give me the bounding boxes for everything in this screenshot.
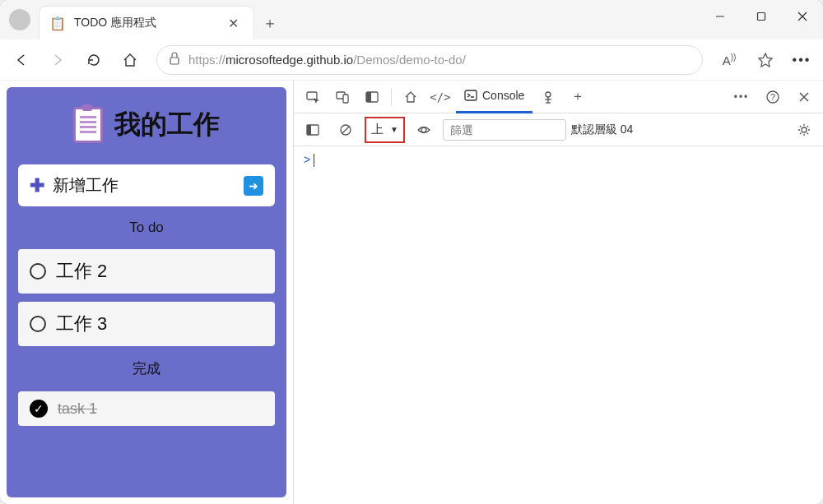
tab-title: TODO 應用程式 (74, 16, 215, 30)
cursor (314, 154, 314, 167)
task-item-done[interactable]: ✓ task 1 (18, 391, 275, 426)
svg-rect-1 (758, 13, 765, 21)
console-icon (464, 89, 477, 102)
svg-rect-9 (366, 92, 371, 102)
task-label: 工作 2 (56, 259, 107, 284)
close-devtools-button[interactable] (790, 83, 818, 111)
welcome-tab[interactable] (397, 83, 425, 111)
add-task-label: 新增工作 (53, 174, 235, 197)
live-expression-button[interactable] (410, 116, 438, 144)
refresh-button[interactable] (77, 44, 110, 76)
forward-button[interactable] (41, 44, 74, 76)
checkbox-icon[interactable] (30, 263, 46, 280)
plus-icon: ✚ (30, 175, 44, 197)
favorite-button[interactable] (749, 44, 782, 76)
console-prompt: > (304, 153, 310, 166)
address-bar: https://microsoftedge.github.io/Demos/de… (0, 39, 823, 81)
home-button[interactable] (114, 44, 146, 76)
svg-line-22 (342, 127, 349, 133)
svg-point-24 (802, 127, 807, 132)
lock-icon (169, 52, 180, 68)
svg-rect-4 (170, 58, 179, 64)
console-tab[interactable]: Console (456, 81, 532, 113)
chevron-down-icon: ▼ (390, 125, 398, 134)
elements-tab[interactable]: </> (426, 83, 454, 111)
dock-button[interactable] (358, 83, 386, 111)
sources-tab[interactable] (534, 83, 562, 111)
new-tab-button[interactable]: ＋ (253, 7, 286, 39)
svg-point-11 (546, 92, 551, 97)
submit-task-button[interactable]: ➜ (244, 176, 263, 196)
svg-point-23 (421, 127, 426, 132)
svg-rect-20 (307, 125, 311, 135)
svg-rect-5 (307, 92, 317, 99)
titlebar: 📋 TODO 應用程式 ✕ ＋ (0, 0, 823, 39)
app-title: 我的工作 (114, 107, 220, 143)
todo-app: 我的工作 ✚ 新增工作 ➜ To do 工作 2 工作 3 完成 ✓ task … (7, 87, 286, 497)
filter-input[interactable] (443, 119, 566, 141)
url-text: https://microsoftedge.github.io/Demos/de… (188, 53, 466, 67)
more-button[interactable]: ••• (785, 44, 818, 76)
window-controls (700, 0, 823, 39)
check-icon[interactable]: ✓ (30, 400, 48, 418)
clipboard-icon: 📋 (49, 16, 66, 31)
task-item[interactable]: 工作 2 (18, 249, 275, 294)
devtools-tabs: </> Console ＋ ••• ? (294, 81, 823, 113)
devtools-panel: </> Console ＋ ••• ? 上 ▼ (293, 81, 823, 504)
console-toolbar: 上 ▼ 默認層級 04 (294, 113, 823, 146)
maximize-button[interactable] (741, 0, 782, 33)
context-label: 上 (371, 122, 384, 137)
clear-console-button[interactable] (332, 116, 360, 144)
svg-text:?: ? (770, 92, 775, 102)
more-tabs-button[interactable]: ＋ (564, 83, 592, 111)
log-levels-selector[interactable]: 默認層級 04 (571, 123, 633, 137)
browser-tab[interactable]: 📋 TODO 應用程式 ✕ (40, 7, 253, 39)
context-selector[interactable]: 上 ▼ (365, 117, 405, 143)
console-tab-label: Console (482, 89, 524, 102)
task-label: task 1 (58, 400, 97, 418)
inspect-button[interactable] (299, 83, 327, 111)
read-aloud-button[interactable]: A)) (713, 44, 746, 76)
task-item[interactable]: 工作 3 (18, 302, 275, 346)
console-body[interactable]: > (294, 146, 823, 504)
app-header: 我的工作 (18, 99, 275, 156)
devtools-more-button[interactable]: ••• (728, 83, 756, 111)
console-settings-button[interactable] (790, 116, 818, 144)
profile-button[interactable] (0, 0, 40, 39)
url-input[interactable]: https://microsoftedge.github.io/Demos/de… (156, 45, 703, 75)
close-window-button[interactable] (782, 0, 823, 33)
minimize-button[interactable] (700, 0, 741, 33)
checkbox-icon[interactable] (30, 316, 46, 332)
sidebar-toggle-button[interactable] (299, 116, 327, 144)
help-button[interactable]: ? (759, 83, 787, 111)
close-tab-button[interactable]: ✕ (223, 14, 244, 33)
task-label: 工作 3 (56, 312, 107, 336)
device-button[interactable] (328, 83, 356, 111)
svg-rect-7 (343, 95, 348, 103)
clipboard-icon (73, 107, 103, 143)
back-button[interactable] (5, 44, 38, 76)
avatar-icon (9, 9, 30, 30)
todo-section-label: To do (18, 215, 275, 241)
add-task-input[interactable]: ✚ 新增工作 ➜ (18, 164, 275, 206)
done-section-label: 完成 (18, 354, 275, 383)
